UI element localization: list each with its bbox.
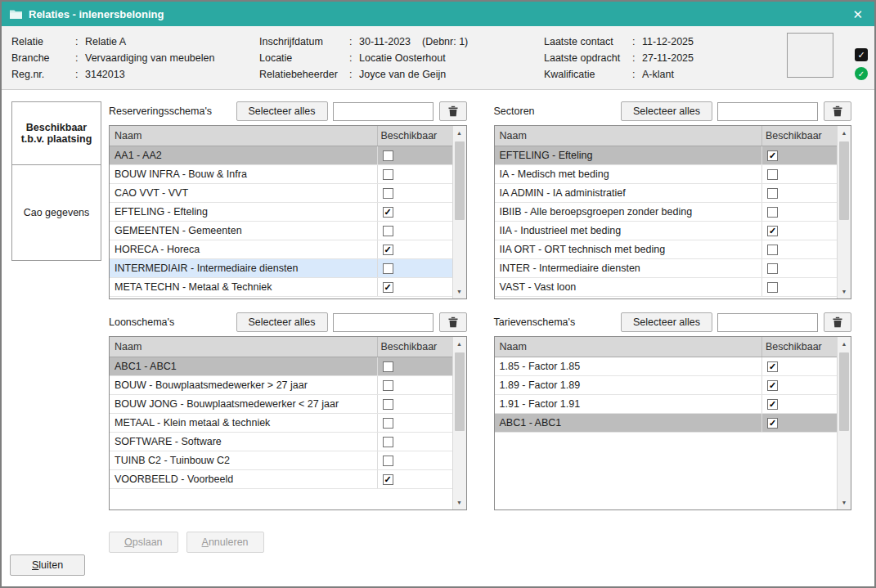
beschikbaar-checkbox[interactable]: ✓: [383, 245, 393, 255]
beschikbaar-checkbox[interactable]: [383, 437, 393, 447]
beschikbaar-checkbox[interactable]: [383, 380, 393, 391]
filter-input[interactable]: [333, 102, 434, 121]
beschikbaar-checkbox[interactable]: [767, 245, 778, 255]
scroll-down-button[interactable]: ▼: [838, 285, 851, 298]
beschikbaar-checkbox[interactable]: ✓: [767, 361, 778, 372]
beschikbaar-checkbox[interactable]: [767, 282, 778, 293]
select-all-button[interactable]: Selecteer alles: [236, 312, 328, 332]
tab-cao-gegevens[interactable]: Cao gegevens: [11, 164, 101, 261]
scroll-up-button[interactable]: ▲: [453, 337, 466, 351]
beschikbaar-checkbox[interactable]: ✓: [767, 418, 778, 429]
table-row[interactable]: BOUW JONG - Bouwplaatsmedewerker < 27 ja…: [110, 395, 452, 414]
table-row[interactable]: IA ADMIN - IA administratief: [495, 184, 838, 203]
table-row[interactable]: AA1 - AA2: [110, 146, 452, 165]
beschikbaar-checkbox[interactable]: [383, 226, 393, 236]
table-row[interactable]: 1.85 - Factor 1.85✓: [495, 357, 838, 376]
delete-button[interactable]: [824, 101, 851, 121]
window-title: Relaties - inlenersbeloning: [29, 8, 164, 20]
beschikbaar-checkbox[interactable]: [383, 188, 393, 199]
table-row[interactable]: META TECHN - Metaal & Techniek✓: [110, 278, 452, 297]
beschikbaar-checkbox[interactable]: [383, 399, 393, 410]
checked-checkbox-icon[interactable]: ✓: [855, 48, 868, 61]
scroll-thumb[interactable]: [839, 141, 849, 220]
beschikbaar-checkbox[interactable]: ✓: [767, 399, 778, 410]
table-row[interactable]: EFTELING - Efteling✓: [110, 203, 452, 222]
row-name: IIA - Industrieel met beding: [495, 222, 762, 240]
table-row[interactable]: EFTELING - Efteling✓: [495, 146, 838, 165]
table-row[interactable]: IIA - Industrieel met beding✓: [495, 222, 838, 240]
beschikbaar-checkbox[interactable]: [383, 361, 393, 372]
delete-button[interactable]: [439, 312, 467, 332]
table-row[interactable]: METAAL - Klein metaal & techniek: [110, 414, 452, 433]
beschikbaar-checkbox[interactable]: ✓: [767, 380, 778, 391]
beschikbaar-checkbox[interactable]: [383, 263, 393, 274]
beschikbaar-checkbox[interactable]: ✓: [767, 150, 778, 161]
close-icon[interactable]: ✕: [849, 8, 866, 20]
beschikbaar-checkbox[interactable]: ✓: [383, 282, 393, 293]
table-row[interactable]: IA - Medisch met beding: [495, 165, 838, 184]
table-row[interactable]: IBIIB - Alle beroepsgroepen zonder bedin…: [495, 203, 838, 222]
delete-button[interactable]: [439, 101, 467, 121]
beschikbaar-checkbox[interactable]: ✓: [767, 226, 778, 236]
beschikbaar-checkbox[interactable]: [767, 188, 778, 199]
table-row[interactable]: INTER - Intermediaire diensten: [495, 259, 838, 278]
beschikbaar-cell: [377, 395, 452, 413]
beschikbaar-checkbox[interactable]: [383, 418, 393, 429]
vertical-scrollbar[interactable]: ▲ ▼: [452, 126, 466, 298]
panel-head: Tarievenschema's Selecteer alles: [494, 311, 852, 334]
beschikbaar-checkbox[interactable]: [383, 169, 393, 180]
filter-input[interactable]: [717, 313, 818, 332]
beschikbaar-checkbox[interactable]: [767, 207, 778, 218]
table-row[interactable]: CAO VVT - VVT: [110, 184, 452, 203]
table-row[interactable]: 1.91 - Factor 1.91✓: [495, 395, 838, 414]
scroll-up-button[interactable]: ▲: [453, 126, 466, 140]
field-label: Relatie: [11, 34, 75, 50]
beschikbaar-checkbox[interactable]: ✓: [383, 207, 393, 218]
field-label: Relatiebeheerder: [259, 66, 349, 83]
table-row[interactable]: VOORBEELD - Voorbeeld✓: [110, 470, 452, 489]
table-row[interactable]: BOUW - Bouwplaatsmedewerker > 27 jaar: [110, 376, 452, 395]
table-row[interactable]: SOFTWARE - Software: [110, 433, 452, 451]
scroll-thumb[interactable]: [455, 141, 465, 220]
beschikbaar-checkbox[interactable]: ✓: [383, 474, 393, 485]
filter-input[interactable]: [717, 102, 818, 121]
table-row[interactable]: ABC1 - ABC1: [110, 357, 452, 376]
filter-input[interactable]: [333, 313, 434, 332]
select-all-button[interactable]: Selecteer alles: [621, 312, 712, 332]
table-row[interactable]: ABC1 - ABC1✓: [495, 414, 838, 433]
table-row[interactable]: IIA ORT - ORT technisch met beding: [495, 240, 838, 259]
table-row[interactable]: TUINB C2 - Tuinbouw C2: [110, 451, 452, 470]
table-row[interactable]: BOUW INFRA - Bouw & Infra: [110, 165, 452, 184]
beschikbaar-checkbox[interactable]: [767, 263, 778, 274]
save-button[interactable]: Opslaan: [109, 532, 178, 553]
scroll-thumb[interactable]: [455, 352, 465, 431]
header-status-icons: ✓ ✓: [855, 48, 868, 80]
beschikbaar-cell: [377, 184, 452, 202]
scroll-up-button[interactable]: ▲: [838, 337, 851, 351]
beschikbaar-checkbox[interactable]: [383, 150, 393, 161]
beschikbaar-checkbox[interactable]: [767, 169, 778, 180]
scroll-thumb[interactable]: [839, 352, 849, 431]
cancel-button[interactable]: Annuleren: [186, 532, 264, 553]
scroll-down-button[interactable]: ▼: [453, 285, 466, 298]
scroll-down-button[interactable]: ▼: [453, 496, 466, 509]
field-value: 11-12-2025: [642, 34, 694, 50]
vertical-scrollbar[interactable]: ▲ ▼: [837, 337, 851, 509]
scroll-up-button[interactable]: ▲: [838, 126, 851, 140]
select-all-button[interactable]: Selecteer alles: [236, 101, 328, 121]
beschikbaar-checkbox[interactable]: [383, 456, 393, 466]
table-row[interactable]: GEMEENTEN - Gemeenten: [110, 222, 452, 240]
table-row[interactable]: VAST - Vast loon: [495, 278, 838, 297]
scroll-down-button[interactable]: ▼: [838, 496, 851, 509]
vertical-scrollbar[interactable]: ▲ ▼: [452, 337, 466, 509]
delete-button[interactable]: [824, 312, 851, 332]
beschikbaar-cell: ✓: [377, 240, 452, 258]
close-dialog-button[interactable]: Sluiten: [10, 554, 85, 576]
vertical-scrollbar[interactable]: ▲ ▼: [837, 126, 851, 298]
field-separator: :: [632, 50, 637, 66]
table-row[interactable]: INTERMEDIAIR - Intermediaire diensten: [110, 259, 452, 278]
tab-beschikbaar-tbv-plaatsing[interactable]: Beschikbaar t.b.v. plaatsing: [11, 101, 101, 165]
table-row[interactable]: HORECA - Horeca✓: [110, 240, 452, 259]
select-all-button[interactable]: Selecteer alles: [621, 101, 712, 121]
table-row[interactable]: 1.89 - Factor 1.89✓: [495, 376, 838, 395]
